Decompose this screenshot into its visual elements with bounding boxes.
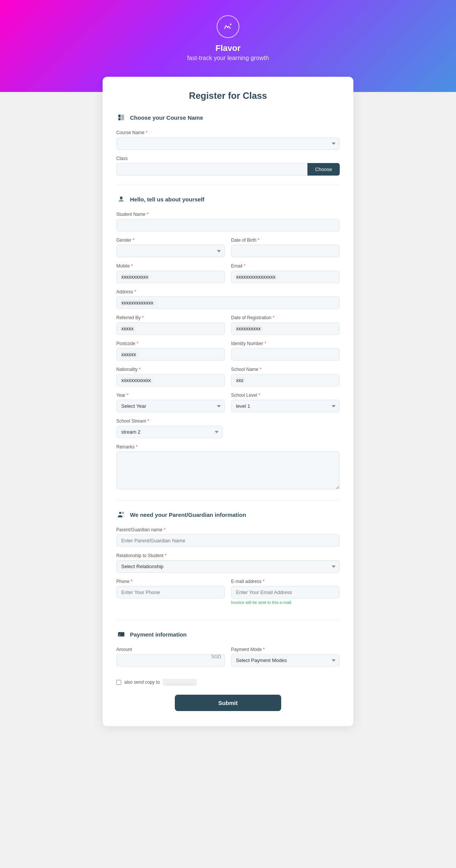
email-field: Email *	[231, 263, 340, 283]
payment-section-header: Payment information	[116, 629, 340, 639]
svg-rect-8	[118, 634, 125, 635]
date-of-reg-field: Date of Registration *	[231, 315, 340, 335]
guardian-phone-field: Phone *	[116, 579, 225, 605]
referred-by-input[interactable]	[116, 322, 225, 335]
svg-rect-3	[121, 115, 124, 120]
svg-point-0	[230, 24, 231, 25]
postcode-input[interactable]	[116, 348, 225, 361]
school-stream-field: School Stream * stream 2 stream 1 stream…	[116, 418, 340, 438]
student-name-input[interactable]	[116, 219, 340, 231]
school-name-label: School Name *	[231, 367, 340, 372]
also-send-value: ___________	[163, 679, 196, 686]
guardian-section-header: We need your Parent/Guardian information	[116, 510, 340, 520]
course-name-select[interactable]	[116, 137, 340, 150]
svg-rect-2	[119, 118, 121, 120]
person-icon	[116, 194, 126, 204]
guardian-name-field: Parent/Guardian name *	[116, 527, 340, 547]
nationality-school-row: Nationality * School Name *	[116, 367, 340, 393]
also-send-checkbox[interactable]	[116, 680, 121, 685]
mobile-input[interactable]	[116, 271, 225, 283]
payment-section-title: Payment information	[130, 631, 187, 638]
year-select[interactable]: Select Year 2020 2021 2022 2023 2024	[116, 400, 225, 412]
book-icon	[116, 112, 126, 122]
remarks-field: Remarks *	[116, 444, 340, 491]
email-input[interactable]	[231, 271, 340, 283]
course-name-field: Course Name *	[116, 130, 340, 150]
postcode-label: Postcode *	[116, 341, 225, 346]
mobile-field: Mobile *	[116, 263, 225, 283]
brand-tagline: fast-track your learning growth	[8, 55, 448, 62]
remarks-label: Remarks *	[116, 444, 340, 450]
relationship-label: Relationship to Student *	[116, 553, 340, 558]
mobile-label: Mobile *	[116, 263, 225, 269]
school-stream-select[interactable]: stream 2 stream 1 stream 3	[116, 426, 223, 438]
date-of-reg-label: Date of Registration *	[231, 315, 340, 320]
nationality-input[interactable]	[116, 374, 225, 386]
guardian-email-label: E-mail address *	[231, 579, 340, 584]
remarks-textarea[interactable]	[116, 451, 340, 489]
divider-3	[116, 620, 340, 620]
gender-field: Gender * Male Female	[116, 238, 225, 257]
payment-mode-field: Payment Mode * Select Payment Modes Cash…	[231, 647, 340, 667]
year-field: Year * Select Year 2020 2021 2022 2023 2…	[116, 393, 225, 412]
dob-input[interactable]	[231, 245, 340, 257]
email-label: Email *	[231, 263, 340, 269]
also-send-row: also send copy to ___________	[116, 679, 340, 686]
postcode-field: Postcode *	[116, 341, 225, 361]
dob-field: Date of Birth *	[231, 238, 340, 257]
gender-label: Gender *	[116, 238, 225, 243]
svg-point-5	[119, 512, 122, 514]
address-field: Address *	[116, 289, 340, 309]
nationality-label: Nationality *	[116, 367, 225, 372]
identity-number-field: Identity Number *	[231, 341, 340, 361]
course-section-header: Choose your Course Name	[116, 112, 340, 122]
personal-section-title: Hello, tell us about yourself	[130, 196, 204, 203]
school-stream-label: School Stream *	[116, 418, 340, 424]
also-send-label: also send copy to	[124, 680, 160, 685]
date-of-reg-input[interactable]	[231, 322, 340, 335]
address-label: Address *	[116, 289, 340, 295]
school-name-input[interactable]	[231, 374, 340, 386]
amount-field: Amount SGD	[116, 647, 225, 667]
submit-button[interactable]: Submit	[175, 695, 281, 711]
course-name-label: Course Name *	[116, 130, 340, 135]
currency-label: SGD	[211, 654, 221, 659]
invoice-note: Invoice will be sent to this e-mail.	[231, 600, 340, 605]
dob-label: Date of Birth *	[231, 238, 340, 243]
amount-input[interactable]	[116, 654, 225, 667]
school-name-field: School Name *	[231, 367, 340, 386]
guardian-name-label: Parent/Guardian name *	[116, 527, 340, 532]
guardian-phone-input[interactable]	[116, 586, 225, 599]
class-label: Class	[116, 156, 340, 161]
payment-mode-select[interactable]: Select Payment Modes Cash Credit Card Ba…	[231, 654, 340, 667]
relationship-select[interactable]: Select Relationship Parent Guardian Sibl…	[116, 560, 340, 573]
registration-form: Register for Class Choose your Course Na…	[103, 77, 353, 726]
brand-name: Flavor	[8, 43, 448, 53]
class-input[interactable]	[116, 163, 307, 176]
guardian-phone-label: Phone *	[116, 579, 225, 584]
gender-select[interactable]: Male Female	[116, 245, 225, 257]
course-section-title: Choose your Course Name	[130, 114, 203, 121]
svg-rect-1	[119, 115, 121, 118]
referred-by-label: Referred By *	[116, 315, 225, 320]
choose-button[interactable]: Choose	[307, 163, 340, 176]
relationship-field: Relationship to Student * Select Relatio…	[116, 553, 340, 573]
school-level-field: School Level * level 1 level 2 level 3	[231, 393, 340, 412]
school-level-label: School Level *	[231, 393, 340, 398]
referred-date-row: Referred By * Date of Registration *	[116, 315, 340, 341]
payment-mode-label: Payment Mode *	[231, 647, 340, 652]
student-name-label: Student Name *	[116, 212, 340, 217]
divider-2	[116, 500, 340, 501]
guardian-name-input[interactable]	[116, 534, 340, 547]
class-row: Choose	[116, 163, 340, 176]
postcode-identity-row: Postcode * Identity Number *	[116, 341, 340, 367]
year-label: Year *	[116, 393, 225, 398]
identity-number-input[interactable]	[231, 348, 340, 361]
personal-section-header: Hello, tell us about yourself	[116, 194, 340, 204]
school-level-select[interactable]: level 1 level 2 level 3	[231, 400, 340, 412]
amount-payment-row: Amount SGD Payment Mode * Select Payment…	[116, 647, 340, 673]
address-input[interactable]	[116, 296, 340, 309]
guardian-email-input[interactable]	[231, 586, 340, 599]
guardian-section-title: We need your Parent/Guardian information	[130, 512, 246, 518]
amount-label: Amount	[116, 647, 225, 652]
